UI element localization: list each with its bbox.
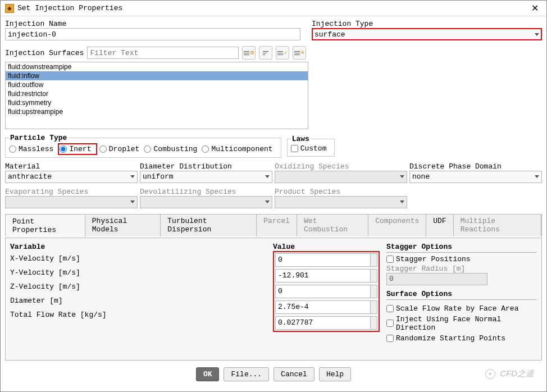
select-all-button[interactable]: ✓ [276,46,289,60]
value-field[interactable] [275,285,377,298]
variable-label: Y-Velocity [m/s] [10,268,273,277]
devolatilizing-species-dropdown [140,196,272,208]
particle-type-radio-droplet[interactable]: Droplet [99,145,140,153]
file-button[interactable]: File... [224,367,269,381]
values-highlight-box [273,251,380,332]
injection-name-label: Injection Name [5,20,300,28]
injection-name-input[interactable] [5,28,300,40]
tab-multiple-reactions: Multiple Reactions [454,215,541,236]
oxidizing-species-dropdown [275,171,407,183]
value-input[interactable] [276,301,370,313]
tab-turbulent-dispersion[interactable]: Turbulent Dispersion [161,215,257,236]
value-input[interactable] [276,254,370,266]
tab-bar: Point PropertiesPhysical ModelsTurbulent… [5,214,542,236]
watermark: ✦ CFD之道 [485,368,534,379]
product-species-dropdown [275,196,407,208]
titlebar: ◆ Set Injection Properties ✕ [1,1,546,16]
tab-udf[interactable]: UDF [426,215,453,236]
injection-surfaces-label: Injection Surfaces [5,49,84,57]
chevron-down-icon [400,175,404,178]
tab-components: Components [368,215,426,236]
surface-option-checkbox[interactable]: Randomize Starting Points [386,334,532,343]
value-field[interactable] [275,300,377,314]
tab-parcel: Parcel [257,215,297,236]
chevron-down-icon [265,200,270,203]
value-field[interactable] [275,316,377,330]
help-button[interactable]: Help [319,367,351,381]
variable-header: Variable [10,243,273,251]
chevron-down-icon[interactable] [370,270,377,282]
value-input[interactable] [276,285,370,298]
tab-panel-point-properties: Variable Value X-Velocity [m/s]Y-Velocit… [5,238,542,361]
chevron-down-icon[interactable] [370,301,377,313]
variable-label: Z-Velocity [m/s] [10,282,273,291]
wechat-icon: ✦ [485,369,495,379]
chevron-down-icon[interactable] [370,254,377,266]
close-icon[interactable]: ✕ [528,3,542,13]
particle-type-radio-multicomponent[interactable]: Multicomponent [202,145,272,153]
sort-button[interactable] [259,46,272,60]
tab-wet-combustion: Wet Combustion [297,215,368,236]
stagger-radius-label: Stagger Radius [m] [386,265,537,273]
chevron-down-icon [265,175,270,178]
list-icon [244,51,249,55]
deselect-all-button[interactable]: ✕ [293,46,306,60]
injection-surfaces-list[interactable]: fluid:downstreampipefluid:inflowfluid:ou… [5,62,308,129]
variable-label: Diameter [m] [10,297,273,305]
variable-label: Total Flow Rate [kg/s] [10,311,273,319]
list-item[interactable]: fluid:restrictor [6,89,308,98]
evaporating-species-label: Evaporating Species [5,188,138,196]
oxidizing-species-label: Oxidizing Species [275,162,407,171]
dialog-set-injection-properties: ◆ Set Injection Properties ✕ Injection N… [0,0,547,392]
surface-option-checkbox[interactable]: Inject Using Face Normal Direction [386,315,532,332]
list-item[interactable]: fluid:symmetry [6,98,308,107]
evaporating-species-dropdown [5,196,138,208]
chevron-down-icon [400,200,404,203]
ok-button[interactable]: OK [196,367,220,381]
tab-point-properties[interactable]: Point Properties [6,215,85,237]
chevron-down-icon [535,175,539,178]
list-icon [277,51,283,55]
list-icon [263,51,268,55]
particle-type-radio-massless[interactable]: Massless [9,145,53,153]
list-item[interactable]: fluid:downstreampipe [6,62,308,71]
laws-custom-checkbox[interactable]: Custom [291,144,327,153]
surfaces-filter-input[interactable] [87,47,239,59]
laws-group: Laws Custom [287,135,335,157]
laws-legend: Laws [291,135,311,143]
cancel-button[interactable]: Cancel [274,367,314,381]
list-icon [294,51,300,55]
particle-type-radio-inert[interactable]: Inert [60,145,91,153]
list-item[interactable]: fluid:upstreampipe [6,107,308,116]
tab-physical-models[interactable]: Physical Models [85,215,161,236]
app-icon: ◆ [5,4,14,13]
surface-options-title: Surface Options [386,290,537,300]
chevron-down-icon [535,33,539,36]
product-species-label: Product Species [275,188,407,196]
chevron-down-icon[interactable] [370,317,377,329]
diameter-distribution-label: Diameter Distribution [140,162,272,171]
variable-label: X-Velocity [m/s] [10,254,273,263]
material-dropdown[interactable]: anthracite [5,171,138,183]
list-item[interactable]: fluid:inflow [6,71,308,80]
injection-type-dropdown[interactable]: surface [312,28,542,40]
value-input[interactable] [276,270,370,282]
chevron-down-icon[interactable] [370,285,377,298]
discrete-phase-domain-label: Discrete Phase Domain [409,162,542,171]
window-title: Set Injection Properties [17,4,528,12]
stagger-radius-input [386,273,487,285]
diameter-distribution-dropdown[interactable]: uniform [140,171,272,183]
surface-option-checkbox[interactable]: Scale Flow Rate by Face Area [386,304,532,313]
value-field[interactable] [275,253,377,267]
chevron-down-icon [130,175,135,178]
stagger-positions-checkbox[interactable]: Stagger Positions [386,255,532,263]
list-item[interactable]: fluid:outflow [6,80,308,89]
value-input[interactable] [276,317,370,329]
value-field[interactable] [275,269,377,282]
filter-settings-button[interactable]: ⚙ [242,46,256,60]
chevron-down-icon [130,200,135,203]
button-bar: OK File... Cancel Help [5,362,542,387]
value-header: Value [273,243,380,251]
particle-type-radio-combusting[interactable]: Combusting [144,145,197,153]
discrete-phase-domain-dropdown[interactable]: none [409,171,542,183]
